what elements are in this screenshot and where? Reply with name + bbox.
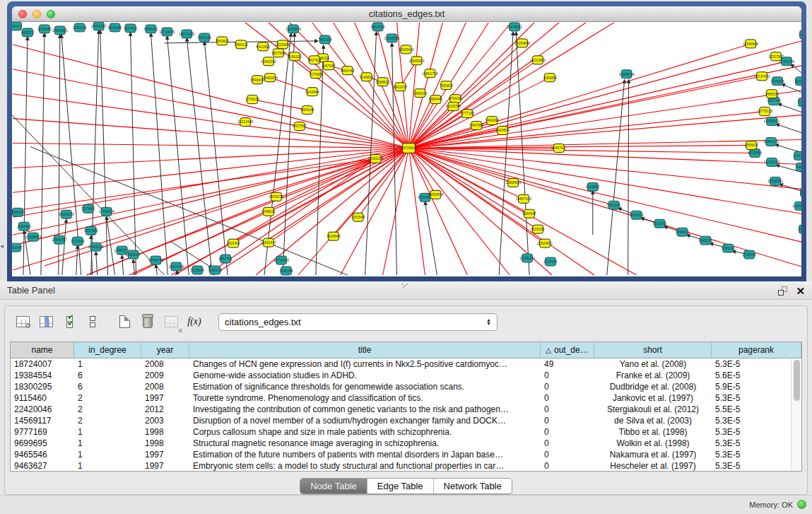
- delete-icon[interactable]: [139, 313, 157, 331]
- table-row[interactable]: 1830029562008Estimation of significance …: [11, 381, 791, 392]
- table-row[interactable]: 1456911722003Disruption of a novel membe…: [11, 415, 791, 426]
- clear-selection-icon[interactable]: [83, 313, 102, 331]
- cell-title: Investigating the contribution of common…: [189, 404, 541, 415]
- tab-node-table[interactable]: Node Table: [300, 479, 367, 493]
- table-row[interactable]: 1938455462009Genome-wide association stu…: [11, 370, 791, 381]
- table-row[interactable]: 946362711997Embryonic stem cells: a mode…: [11, 460, 791, 471]
- minimize-window-icon[interactable]: [33, 10, 41, 18]
- split-divider-grip[interactable]: [401, 284, 408, 288]
- cell-title: Changes of HCN gene expression and I(f) …: [189, 358, 541, 370]
- column-header-out_de[interactable]: △out_de…: [541, 342, 594, 358]
- memory-status-label: Memory: OK: [749, 501, 793, 509]
- table-selector-dropdown[interactable]: citations_edges.txt ▲▼: [218, 313, 498, 331]
- column-header-pagerank[interactable]: pagerank: [712, 342, 801, 358]
- column-header-year[interactable]: year: [141, 342, 189, 358]
- table-row[interactable]: 969969511998Structural magnetic resonanc…: [11, 438, 791, 449]
- column-header-in_degree[interactable]: in_degree: [74, 342, 141, 358]
- citation-network-graph[interactable]: 8614314055722026065226914062095334106532…: [12, 22, 801, 276]
- graph-node-label: 7615526: [198, 35, 212, 40]
- network-window-titlebar[interactable]: citations_edges.txt: [12, 6, 801, 22]
- column-header-title[interactable]: title: [189, 342, 541, 358]
- graph-edge: [187, 38, 212, 275]
- tab-network-table[interactable]: Network Table: [433, 479, 512, 493]
- cell-out_de: 0: [541, 438, 594, 449]
- graph-edge: [62, 219, 66, 275]
- select-rows-icon[interactable]: ✔✔: [60, 313, 78, 331]
- graph-node-label: 16782759: [148, 258, 163, 262]
- graph-node-label: 16671385: [179, 32, 194, 36]
- float-panel-icon[interactable]: [778, 286, 787, 296]
- graph-node-label: 8922037: [394, 85, 408, 89]
- graph-edge: [91, 30, 99, 275]
- graph-node-label: 7955812: [440, 83, 454, 88]
- memory-status-icon[interactable]: [797, 500, 806, 509]
- table-row[interactable]: 2242004622012Investigating the contribut…: [11, 404, 791, 415]
- table-panel-body: ⚙ ✔✔ ✖ f(x) citations_edges.txt ▲▼: [4, 305, 808, 495]
- graph-node-label: 12923448: [168, 264, 184, 269]
- scrollbar-thumb[interactable]: [794, 360, 800, 401]
- cell-pagerank: 5.3E-5: [712, 358, 791, 370]
- graph-node-label: 67690: [799, 227, 801, 231]
- collapse-west-panel-icon[interactable]: ◂: [0, 242, 4, 250]
- graph-node-label: 18226058: [275, 42, 290, 47]
- network-canvas[interactable]: 8614314055722026065226914062095334106532…: [12, 22, 801, 276]
- graph-node-label: 1588520: [376, 80, 390, 84]
- graph-node-label: 16961758: [422, 71, 437, 76]
- cell-name: 9463627: [11, 460, 74, 471]
- column-chooser-icon[interactable]: [37, 313, 55, 331]
- graph-node-label: 3175685: [309, 72, 323, 76]
- cell-year: 1997: [141, 449, 189, 460]
- graph-node-label: 19384554: [428, 192, 443, 197]
- cell-year: 1998: [141, 426, 189, 438]
- table-row[interactable]: 911546021997Tourette syndrome. Phenomeno…: [11, 392, 791, 404]
- column-header-name[interactable]: name: [11, 342, 74, 358]
- cell-out_de: 0: [541, 449, 594, 460]
- graph-node-label: 8186328: [288, 54, 302, 59]
- graph-node-label: 16648784: [619, 72, 635, 76]
- graph-edge: [252, 100, 307, 110]
- graph-node-label: 1362615: [413, 91, 428, 95]
- graph-node-label: 11548908: [743, 42, 758, 46]
- graph-edge: [408, 148, 510, 276]
- table-settings-icon[interactable]: ⚙: [13, 313, 32, 331]
- graph-node-label: 16091447: [261, 240, 276, 245]
- graph-node-label: 6497568: [470, 123, 484, 127]
- cell-in_degree: 6: [74, 381, 141, 392]
- graph-node-label: 2067608: [322, 64, 336, 68]
- graph-node-label: 2095334: [73, 25, 87, 30]
- cell-name: 9699695: [11, 438, 74, 449]
- table-row[interactable]: 946554611997Estimation of the future num…: [11, 449, 791, 460]
- cell-name: 9465546: [11, 449, 74, 460]
- table-header-row: namein_degreeyeartitle△out_de…shortpager…: [11, 342, 801, 358]
- close-panel-icon[interactable]: ✕: [796, 286, 805, 296]
- cell-in_degree: 2: [74, 392, 141, 404]
- cell-name: 18724007: [11, 358, 74, 370]
- cell-year: 1997: [141, 392, 189, 404]
- column-header-short[interactable]: short: [594, 342, 712, 358]
- graph-node-label: 1624554: [495, 128, 510, 132]
- graph-node-label: 9153544: [351, 215, 365, 219]
- cell-out_de: 0: [541, 392, 594, 404]
- cell-name: 19384554: [11, 370, 74, 381]
- cell-pagerank: 5.3E-5: [712, 460, 791, 471]
- graph-node-label: 1092809: [543, 76, 557, 80]
- graph-node-label: 9827508: [307, 58, 322, 62]
- zoom-window-icon[interactable]: [47, 10, 55, 18]
- cell-short: Wolkin et al. (1998): [594, 438, 712, 449]
- table-row[interactable]: 977716911998Corpus callosum shape and si…: [11, 426, 791, 438]
- tab-edge-table[interactable]: Edge Table: [367, 479, 433, 493]
- graph-node-label: 9361021: [607, 203, 621, 207]
- function-builder-icon[interactable]: f(x): [185, 313, 204, 331]
- new-column-icon[interactable]: [115, 313, 134, 331]
- graph-node-label: 12156869: [25, 235, 41, 239]
- graph-edge: [213, 148, 408, 276]
- table-vertical-scrollbar[interactable]: [791, 358, 801, 471]
- close-window-icon[interactable]: [18, 10, 27, 18]
- graph-node-label: 15692951: [767, 179, 783, 183]
- graph-node-label: 1292344: [279, 269, 293, 273]
- graph-edge: [516, 32, 529, 275]
- table-rows: 1872400712008Changes of HCN gene express…: [11, 358, 791, 471]
- table-row[interactable]: 1872400712008Changes of HCN gene express…: [11, 358, 791, 370]
- graph-node-label: 7857224: [318, 37, 332, 42]
- cell-title: Embryonic stem cells: a model to study s…: [189, 460, 541, 471]
